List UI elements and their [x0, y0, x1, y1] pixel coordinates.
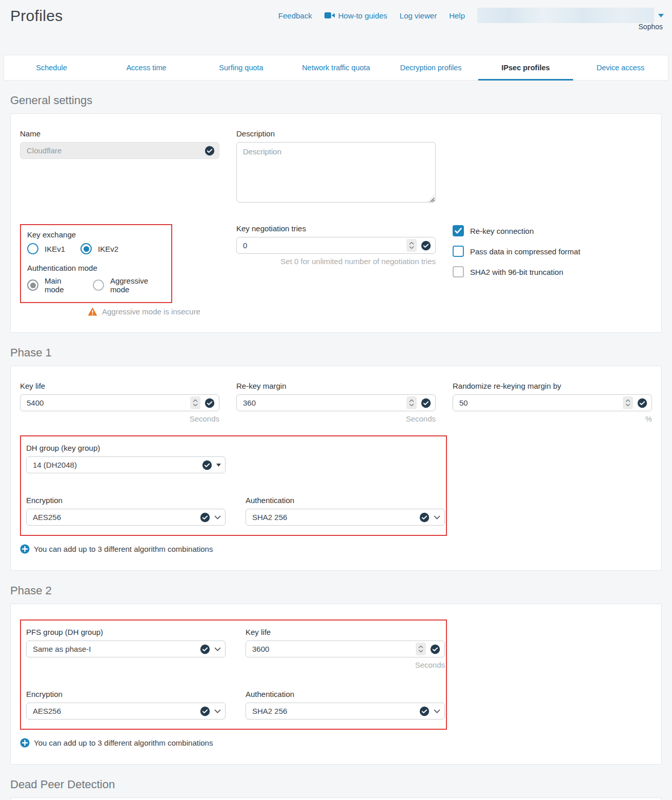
phase2-algorithm-highlight-box: PFS group (DH group) Same as phase-I Key… — [20, 619, 447, 730]
authentication-select[interactable]: SHA2 256 — [246, 509, 445, 526]
radio-ikev1[interactable]: IKEv1 — [27, 243, 65, 254]
radio-main-mode[interactable]: Main mode — [27, 276, 79, 294]
name-field: Name Cloudflare — [20, 129, 219, 205]
phase1-encryption-field: Encryption AES256 — [26, 496, 226, 526]
encryption-label: Encryption — [26, 496, 226, 505]
encryption-value: AES256 — [33, 513, 196, 522]
tab-surfing-quota[interactable]: Surfing quota — [194, 55, 289, 80]
key-life-unit: Seconds — [20, 414, 219, 423]
phase1-section: Phase 1 Key life 5400 Seconds Re-ke — [10, 346, 662, 571]
log-viewer-link[interactable]: Log viewer — [400, 11, 437, 20]
valid-check-icon — [419, 706, 430, 716]
checkbox-icon[interactable] — [453, 266, 464, 277]
radio-selected-icon[interactable] — [80, 243, 92, 254]
description-field: Description — [236, 129, 436, 205]
warning-text: Aggressive mode is insecure — [102, 307, 200, 316]
help-link[interactable]: Help — [449, 11, 465, 20]
stepper-icon[interactable] — [623, 396, 633, 409]
key-negotiation-hint: Set 0 for unlimited number of negotiatio… — [236, 257, 436, 266]
account-name-redacted[interactable] — [477, 8, 654, 23]
sha2-truncation-label: SHA2 with 96-bit truncation — [470, 268, 563, 276]
chevron-down-icon[interactable] — [658, 14, 664, 17]
radio-icon[interactable] — [93, 279, 104, 291]
chevron-down-icon[interactable] — [434, 709, 440, 713]
stepper-icon[interactable] — [406, 396, 417, 409]
phase1-heading: Phase 1 — [10, 346, 662, 359]
randomize-margin-input[interactable]: 50 — [453, 394, 652, 411]
tab-decryption-profiles[interactable]: Decryption profiles — [383, 55, 478, 80]
rekey-connection-label: Re-key connection — [470, 227, 534, 235]
key-exchange-column: Key exchange IKEv1 IKEv2 Authentication … — [20, 224, 219, 316]
key-life-value: 3600 — [252, 645, 412, 653]
tab-schedule[interactable]: Schedule — [4, 55, 99, 80]
authentication-value: SHA2 256 — [252, 513, 415, 522]
authentication-select[interactable]: SHA2 256 — [246, 703, 445, 719]
key-life-input[interactable]: 5400 — [20, 394, 219, 411]
phase2-heading: Phase 2 — [10, 584, 662, 597]
how-to-guides-label: How-to guides — [338, 11, 388, 20]
compressed-format-option[interactable]: Pass data in compressed format — [453, 246, 652, 257]
rekey-connection-option[interactable]: Re-key connection — [453, 225, 652, 236]
valid-check-icon — [637, 398, 647, 408]
radio-aggressive-mode[interactable]: Aggressive mode — [93, 276, 165, 294]
rekey-margin-value: 360 — [243, 398, 402, 407]
chevron-down-icon[interactable] — [214, 515, 221, 519]
how-to-guides-link[interactable]: How-to guides — [324, 11, 388, 20]
pfs-group-select[interactable]: Same as phase-I — [26, 641, 226, 657]
radio-ikev1-label: IKEv1 — [45, 245, 65, 253]
description-input[interactable] — [236, 142, 436, 203]
phase2-authentication-field: Authentication SHA2 256 — [246, 690, 445, 719]
dh-group-label: DH group (key group) — [26, 444, 226, 452]
stepper-icon[interactable] — [406, 239, 417, 252]
header-links: Feedback How-to guides Log viewer Help — [278, 8, 664, 23]
name-value: Cloudflare — [27, 146, 200, 155]
key-negotiation-input[interactable]: 0 — [236, 237, 436, 254]
chevron-down-icon[interactable] — [214, 647, 221, 651]
radio-ikev2[interactable]: IKEv2 — [80, 243, 118, 254]
checkbox-icon[interactable] — [453, 246, 464, 257]
stepper-icon[interactable] — [416, 643, 426, 655]
phase2-add-combination[interactable]: You can add up to 3 different algorithm … — [20, 738, 652, 748]
key-life-input[interactable]: 3600 — [246, 641, 445, 657]
encryption-select[interactable]: AES256 — [26, 703, 226, 719]
randomize-margin-value: 50 — [459, 398, 619, 407]
name-input: Cloudflare — [20, 142, 219, 159]
dh-group-select[interactable]: 14 (DH2048) — [26, 456, 226, 473]
phase2-encryption-field: Encryption AES256 — [26, 690, 226, 719]
valid-check-icon — [419, 512, 430, 523]
encryption-value: AES256 — [33, 707, 196, 715]
key-life-value: 5400 — [27, 398, 186, 407]
valid-check-icon — [200, 512, 210, 523]
general-checkbox-list: Re-key connection Pass data in compresse… — [453, 224, 652, 316]
phase1-add-combination[interactable]: You can add up to 3 different algorithm … — [20, 544, 652, 554]
phase1-randomize-field: Randomize re-keying margin by 50 % — [453, 382, 652, 423]
radio-icon[interactable] — [27, 243, 38, 254]
profile-tabs: Schedule Access time Surfing quota Netwo… — [4, 55, 668, 81]
chevron-down-icon[interactable] — [434, 515, 440, 519]
page-header: Profiles Feedback How-to guides Log view… — [0, 0, 672, 55]
randomize-margin-unit: % — [453, 414, 652, 423]
rekey-margin-unit: Seconds — [236, 414, 436, 423]
feedback-link[interactable]: Feedback — [278, 11, 312, 20]
radio-selected-disabled-icon[interactable] — [27, 279, 38, 291]
tab-ipsec-profiles[interactable]: IPsec profiles — [478, 55, 573, 80]
aggressive-mode-warning: Aggressive mode is insecure — [20, 307, 219, 316]
encryption-select[interactable]: AES256 — [26, 509, 226, 526]
valid-check-icon — [421, 241, 431, 251]
pfs-group-value: Same as phase-I — [33, 645, 196, 653]
dropdown-caret-icon[interactable] — [216, 464, 221, 467]
tab-device-access[interactable]: Device access — [573, 55, 668, 80]
tab-network-traffic-quota[interactable]: Network traffic quota — [289, 55, 383, 80]
plus-circle-icon[interactable] — [20, 544, 30, 554]
phase2-panel: PFS group (DH group) Same as phase-I Key… — [10, 604, 662, 765]
radio-ikev2-label: IKEv2 — [98, 245, 118, 253]
phase2-key-life-field: Key life 3600 Seconds — [246, 628, 445, 669]
sha2-truncation-option[interactable]: SHA2 with 96-bit truncation — [453, 266, 652, 277]
plus-circle-icon[interactable] — [20, 738, 30, 748]
checkbox-checked-icon[interactable] — [453, 225, 464, 236]
chevron-down-icon[interactable] — [214, 709, 221, 713]
phase1-authentication-field: Authentication SHA2 256 — [246, 496, 445, 526]
stepper-icon[interactable] — [190, 396, 200, 409]
tab-access-time[interactable]: Access time — [99, 55, 194, 80]
rekey-margin-input[interactable]: 360 — [236, 394, 436, 411]
